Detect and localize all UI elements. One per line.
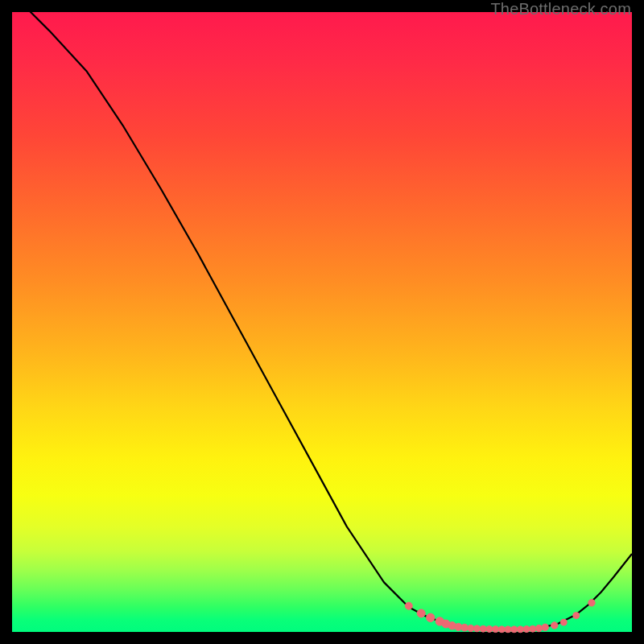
watermark-text: TheBottleneck.com xyxy=(490,0,631,19)
marker-point xyxy=(493,626,499,633)
marker-point xyxy=(560,619,567,625)
marker-point xyxy=(535,625,542,631)
marker-point xyxy=(573,613,580,619)
marker-point xyxy=(523,626,530,633)
marker-point xyxy=(517,626,523,633)
marker-point xyxy=(542,624,548,630)
marker-group xyxy=(405,600,595,633)
plot-area xyxy=(12,12,632,632)
marker-point xyxy=(417,609,425,617)
marker-point xyxy=(588,600,595,606)
bottleneck-curve xyxy=(12,0,632,630)
marker-point xyxy=(427,613,435,621)
marker-point xyxy=(480,625,486,632)
marker-point xyxy=(468,625,474,631)
marker-point xyxy=(486,625,493,632)
marker-point xyxy=(551,622,558,629)
marker-point xyxy=(498,626,505,633)
marker-point xyxy=(474,625,481,632)
marker-point xyxy=(511,626,518,633)
chart-stage: TheBottleneck.com xyxy=(0,0,644,644)
marker-point xyxy=(405,602,412,609)
chart-svg xyxy=(12,12,632,632)
marker-point xyxy=(530,625,536,632)
marker-point xyxy=(505,626,511,633)
